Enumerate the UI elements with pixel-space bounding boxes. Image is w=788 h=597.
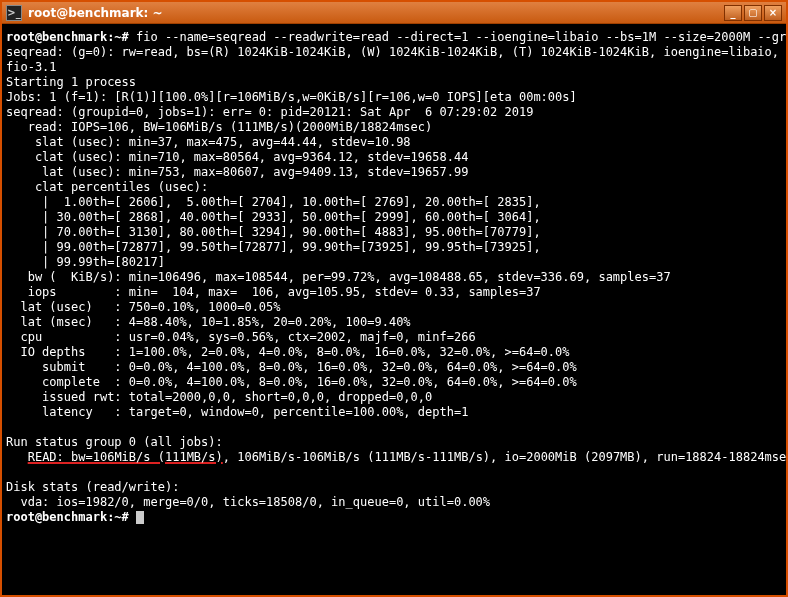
output-line: | 30.00th=[ 2868], 40.00th=[ 2933], 50.0… [6, 210, 541, 224]
terminal-window: >_ root@benchmark: ~ _ ▢ × root@benchmar… [0, 0, 788, 597]
shell-prompt: root@benchmark:~# [6, 510, 129, 524]
output-line: slat (usec): min=37, max=475, avg=44.44,… [6, 135, 411, 149]
close-button[interactable]: × [764, 5, 782, 21]
output-line: submit : 0=0.0%, 4=100.0%, 8=0.0%, 16=0.… [6, 360, 577, 374]
output-line: vda: ios=1982/0, merge=0/0, ticks=18508/… [6, 495, 490, 509]
output-line: read: IOPS=106, BW=106MiB/s (111MB/s)(20… [6, 120, 432, 134]
output-line: clat percentiles (usec): [6, 180, 208, 194]
window-controls: _ ▢ × [724, 5, 782, 21]
output-line: clat (usec): min=710, max=80564, avg=936… [6, 150, 468, 164]
shell-prompt: root@benchmark:~# [6, 30, 129, 44]
output-line: issued rwt: total=2000,0,0, short=0,0,0,… [6, 390, 432, 404]
output-line: | 70.00th=[ 3130], 80.00th=[ 3294], 90.0… [6, 225, 541, 239]
output-line: Starting 1 process [6, 75, 136, 89]
output-line: cpu : usr=0.04%, sys=0.56%, ctx=2002, ma… [6, 330, 476, 344]
output-line: | 99.99th=[80217] [6, 255, 165, 269]
terminal-app-icon: >_ [6, 5, 22, 21]
output-line [6, 450, 28, 464]
close-icon: × [769, 7, 777, 18]
minimize-button[interactable]: _ [724, 5, 742, 21]
output-line: iops : min= 104, max= 106, avg=105.95, s… [6, 285, 541, 299]
output-line: seqread: (g=0): rw=read, bs=(R) 1024KiB-… [6, 45, 786, 59]
maximize-icon: ▢ [748, 7, 757, 18]
read-summary-highlight: READ: bw=106MiB/s (111MB/s) [28, 450, 223, 464]
output-line: | 1.00th=[ 2606], 5.00th=[ 2704], 10.00t… [6, 195, 541, 209]
output-line: Disk stats (read/write): [6, 480, 179, 494]
output-line: lat (usec): min=753, max=80607, avg=9409… [6, 165, 468, 179]
output-line: , 106MiB/s-106MiB/s (111MB/s-111MB/s), i… [223, 450, 786, 464]
cursor [136, 511, 144, 524]
maximize-button[interactable]: ▢ [744, 5, 762, 21]
window-title: root@benchmark: ~ [28, 6, 163, 20]
output-line: | 99.00th=[72877], 99.50th=[72877], 99.9… [6, 240, 541, 254]
output-line: Run status group 0 (all jobs): [6, 435, 223, 449]
command-text: fio --name=seqread --readwrite=read --di… [136, 30, 786, 44]
output-line: complete : 0=0.0%, 4=100.0%, 8=0.0%, 16=… [6, 375, 577, 389]
terminal-output[interactable]: root@benchmark:~# fio --name=seqread --r… [2, 24, 786, 595]
output-line: lat (msec) : 4=88.40%, 10=1.85%, 20=0.20… [6, 315, 411, 329]
output-line: seqread: (groupid=0, jobs=1): err= 0: pi… [6, 105, 533, 119]
minimize-icon: _ [731, 7, 736, 18]
titlebar[interactable]: >_ root@benchmark: ~ _ ▢ × [2, 2, 786, 24]
output-line: Jobs: 1 (f=1): [R(1)][100.0%][r=106MiB/s… [6, 90, 577, 104]
output-line: latency : target=0, window=0, percentile… [6, 405, 468, 419]
output-line: lat (usec) : 750=0.10%, 1000=0.05% [6, 300, 281, 314]
output-line: fio-3.1 [6, 60, 57, 74]
output-line: bw ( KiB/s): min=106496, max=108544, per… [6, 270, 671, 284]
output-line: IO depths : 1=100.0%, 2=0.0%, 4=0.0%, 8=… [6, 345, 570, 359]
